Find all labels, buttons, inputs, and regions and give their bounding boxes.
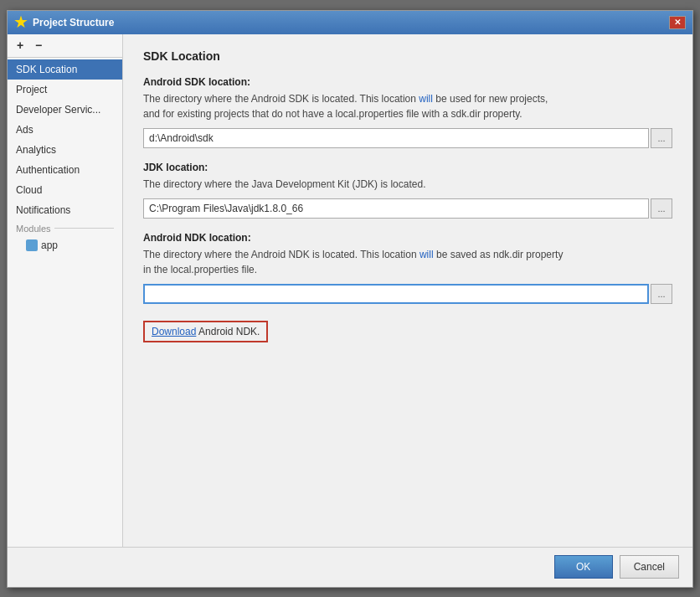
sidebar-item-developer-services[interactable]: Developer Servic...: [8, 100, 122, 120]
ok-button[interactable]: OK: [554, 555, 613, 579]
android-ndk-desc: The directory where the Android NDK is l…: [143, 247, 672, 277]
android-sdk-input[interactable]: [143, 128, 649, 148]
content-area: + − SDK Location Project Developer Servi…: [8, 34, 692, 547]
jdk-desc-part1: The directory where the Java Development…: [143, 178, 425, 190]
android-sdk-desc-part1: The directory where the Android SDK is l…: [143, 93, 419, 105]
android-ndk-label: Android NDK location:: [143, 232, 672, 244]
android-sdk-label: Android SDK location:: [143, 76, 672, 88]
android-sdk-desc-part3: and for existing projects that do not ha…: [143, 108, 522, 120]
android-sdk-desc-part2: be used for new projects,: [433, 93, 548, 105]
panel-title: SDK Location: [143, 49, 672, 63]
download-ndk-link[interactable]: Download: [152, 326, 196, 337]
sidebar-item-notifications[interactable]: Notifications: [8, 200, 122, 220]
sidebar-item-analytics[interactable]: Analytics: [8, 140, 122, 160]
title-bar-title: Project Structure: [33, 17, 669, 28]
android-ndk-desc-part2: be saved as ndk.dir property: [434, 249, 564, 260]
android-sdk-desc: The directory where the Android SDK is l…: [143, 91, 672, 121]
sidebar-item-project[interactable]: Project: [8, 80, 122, 100]
title-bar: Project Structure ✕: [8, 11, 692, 34]
android-sdk-input-row: ...: [143, 128, 672, 148]
sidebar: + − SDK Location Project Developer Servi…: [8, 34, 123, 547]
jdk-input[interactable]: [143, 198, 649, 219]
project-structure-dialog: Project Structure ✕ + − SDK Location Pro…: [7, 10, 693, 588]
app-label: app: [41, 239, 58, 251]
bottom-bar: OK Cancel: [8, 547, 692, 587]
jdk-input-row: ...: [143, 198, 672, 219]
app-icon: [26, 239, 38, 251]
sidebar-item-cloud[interactable]: Cloud: [8, 180, 122, 200]
jdk-section: JDK location: The directory where the Ja…: [143, 162, 672, 219]
android-ndk-browse-button[interactable]: ...: [651, 284, 672, 304]
title-bar-icon: [14, 16, 28, 29]
add-button[interactable]: +: [13, 38, 28, 53]
download-ndk-text: Android NDK.: [196, 326, 260, 337]
modules-separator: Modules: [8, 220, 122, 235]
sidebar-item-sdk-location[interactable]: SDK Location: [8, 59, 122, 80]
sidebar-items: SDK Location Project Developer Servic...…: [8, 58, 122, 547]
android-ndk-desc-blue1: will: [419, 249, 434, 260]
sidebar-toolbar: + −: [8, 34, 122, 58]
android-sdk-section: Android SDK location: The directory wher…: [143, 76, 672, 148]
close-button[interactable]: ✕: [669, 16, 686, 29]
sidebar-item-ads[interactable]: Ads: [8, 120, 122, 140]
sidebar-item-app[interactable]: app: [8, 235, 122, 256]
cancel-button[interactable]: Cancel: [620, 555, 679, 579]
jdk-browse-button[interactable]: ...: [651, 198, 672, 219]
android-sdk-desc-blue1: will: [419, 93, 433, 105]
android-ndk-input[interactable]: [143, 284, 649, 304]
main-panel: SDK Location Android SDK location: The d…: [123, 34, 692, 547]
android-ndk-section: Android NDK location: The directory wher…: [143, 232, 672, 342]
download-ndk-box: Download Android NDK.: [143, 321, 268, 342]
sidebar-item-authentication[interactable]: Authentication: [8, 160, 122, 180]
jdk-label: JDK location:: [143, 162, 672, 173]
remove-button[interactable]: −: [31, 38, 46, 53]
android-ndk-input-row: ...: [143, 284, 672, 304]
android-sdk-browse-button[interactable]: ...: [651, 128, 672, 148]
android-ndk-desc-part3: in the local.properties file.: [143, 264, 257, 275]
android-ndk-desc-part1: The directory where the Android NDK is l…: [143, 249, 419, 260]
title-bar-controls: ✕: [669, 16, 686, 29]
jdk-desc: The directory where the Java Development…: [143, 177, 672, 192]
